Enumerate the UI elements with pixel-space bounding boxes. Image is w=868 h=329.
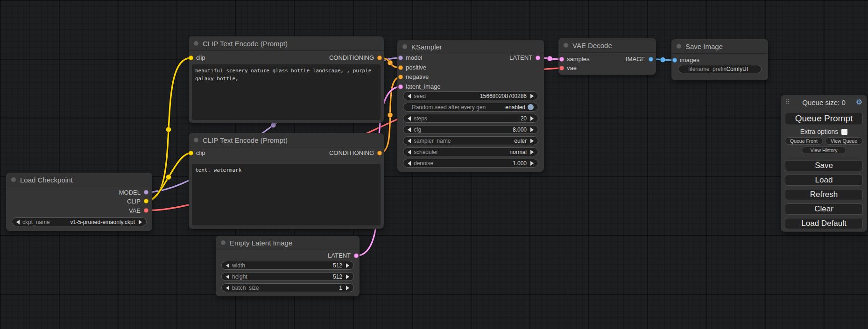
output-socket-conditioning[interactable] (377, 56, 382, 60)
widget-seed[interactable]: seed 156680208700286 (403, 91, 538, 100)
decrement-icon[interactable] (408, 150, 411, 154)
collapse-dot-icon[interactable] (564, 43, 568, 48)
decrement-icon[interactable] (408, 116, 411, 121)
increment-icon[interactable] (346, 274, 349, 279)
collapse-dot-icon[interactable] (677, 44, 681, 49)
node-clip-text-encode-negative[interactable]: CLIP Text Encode (Prompt) clip CONDITION… (189, 133, 384, 229)
input-socket-images[interactable] (672, 58, 677, 63)
widget-height[interactable]: height 512 (221, 272, 354, 281)
refresh-button[interactable]: Refresh (785, 189, 863, 200)
output-socket-image[interactable] (649, 57, 653, 62)
increment-icon[interactable] (346, 263, 349, 268)
settings-gear-icon[interactable]: ⚙ (856, 98, 862, 106)
node-title-bar[interactable]: Save Image (671, 39, 768, 54)
node-title-bar[interactable]: VAE Decode (558, 38, 656, 53)
output-label-conditioning: CONDITIONING (329, 149, 374, 156)
decrement-icon[interactable] (226, 274, 229, 279)
input-label-latent-image: latent_image (406, 83, 440, 90)
view-history-button[interactable]: View History (802, 147, 846, 154)
input-label-clip: clip (196, 149, 205, 156)
widget-filename-prefix[interactable]: filename_prefix ComfyUI (678, 65, 762, 73)
decrement-icon[interactable] (226, 263, 229, 268)
node-clip-text-encode-positive[interactable]: CLIP Text Encode (Prompt) clip CONDITION… (189, 36, 384, 123)
widget-scheduler[interactable]: scheduler normal (403, 147, 538, 156)
increment-icon[interactable] (139, 220, 142, 224)
node-title-bar[interactable]: CLIP Text Encode (Prompt) (189, 36, 384, 51)
input-socket-latent-image[interactable] (398, 84, 403, 89)
output-socket-latent[interactable] (536, 56, 540, 60)
node-title-bar[interactable]: Load Checkpoint (6, 173, 152, 187)
view-queue-button[interactable]: View Queue (825, 137, 863, 145)
prompt-textarea[interactable]: text, watermark (192, 164, 381, 225)
input-label-images: images (680, 56, 699, 63)
widget-steps[interactable]: steps 20 (403, 114, 538, 123)
increment-icon[interactable] (530, 127, 534, 132)
input-label-samples: samples (567, 56, 589, 63)
node-title-bar[interactable]: Empty Latent Image (216, 236, 360, 250)
widget-denoise[interactable]: denoise 1.000 (403, 159, 538, 168)
input-socket-clip[interactable] (189, 151, 193, 155)
widget-value: 512 (333, 262, 342, 269)
widget-cfg[interactable]: cfg 8.000 (403, 125, 538, 134)
load-button[interactable]: Load (785, 175, 863, 186)
output-socket-conditioning[interactable] (377, 151, 382, 155)
input-socket-model[interactable] (398, 56, 403, 60)
collapse-dot-icon[interactable] (194, 138, 198, 142)
output-socket-clip[interactable] (144, 199, 148, 203)
increment-icon[interactable] (530, 161, 534, 166)
widget-sampler-name[interactable]: sampler_name euler (403, 136, 538, 145)
collapse-dot-icon[interactable] (402, 44, 407, 49)
node-vae-decode[interactable]: VAE Decode samples vae IMAGE (558, 38, 656, 75)
widget-random-seed-toggle[interactable]: Random seed after every gen enabled (403, 103, 538, 112)
queue-panel[interactable]: ⠿ Queue size: 0 ⚙ Queue Prompt Extra opt… (781, 95, 867, 232)
save-button[interactable]: Save (785, 160, 863, 171)
node-load-checkpoint[interactable]: Load Checkpoint MODEL CLIP VAE ckpt_name… (6, 173, 152, 231)
output-label-model: MODEL (119, 189, 141, 196)
toggle-on-icon[interactable] (528, 104, 534, 110)
increment-icon[interactable] (530, 139, 534, 143)
node-title: CLIP Text Encode (Prompt) (203, 136, 288, 144)
widget-label: steps (414, 115, 427, 122)
node-title-bar[interactable]: KSampler (397, 40, 544, 54)
increment-icon[interactable] (530, 150, 534, 154)
decrement-icon[interactable] (408, 127, 411, 132)
queue-prompt-button[interactable]: Queue Prompt (785, 112, 863, 125)
decrement-icon[interactable] (408, 94, 411, 98)
decrement-icon[interactable] (408, 139, 411, 143)
comfyui-canvas[interactable]: { "colors":{ "model":"#B39DDB","clip":"#… (0, 0, 868, 329)
widget-batch-size[interactable]: batch_size 1 (221, 283, 354, 292)
prompt-textarea[interactable]: beautiful scenery nature glass bottle la… (192, 64, 381, 120)
queue-size-label: Queue size: 0 (802, 98, 846, 106)
increment-icon[interactable] (530, 116, 534, 121)
input-socket-positive[interactable] (398, 65, 403, 70)
output-socket-latent[interactable] (354, 253, 359, 258)
output-socket-vae[interactable] (144, 208, 148, 213)
input-socket-clip[interactable] (189, 56, 193, 60)
widget-width[interactable]: width 512 (221, 261, 354, 270)
extra-options-checkbox[interactable] (841, 129, 847, 135)
input-socket-samples[interactable] (559, 57, 564, 62)
output-label-conditioning: CONDITIONING (329, 54, 374, 61)
collapse-dot-icon[interactable] (194, 41, 198, 46)
input-socket-negative[interactable] (398, 75, 403, 79)
output-label-clip: CLIP (127, 198, 141, 205)
node-save-image[interactable]: Save Image images filename_prefix ComfyU… (671, 39, 768, 80)
decrement-icon[interactable] (226, 286, 229, 290)
drag-handle-icon[interactable]: ⠿ (785, 98, 789, 105)
node-ksampler[interactable]: KSampler model positive negative latent_… (397, 40, 544, 172)
widget-label: width (232, 262, 245, 269)
input-socket-vae[interactable] (559, 66, 564, 70)
increment-icon[interactable] (346, 286, 349, 290)
queue-front-button[interactable]: Queue Front (785, 137, 823, 145)
node-empty-latent-image[interactable]: Empty Latent Image LATENT width 512 heig… (216, 236, 360, 296)
load-default-button[interactable]: Load Default (785, 218, 863, 229)
collapse-dot-icon[interactable] (221, 240, 226, 245)
clear-button[interactable]: Clear (785, 203, 863, 215)
collapse-dot-icon[interactable] (11, 177, 16, 182)
decrement-icon[interactable] (16, 220, 20, 224)
increment-icon[interactable] (530, 94, 534, 98)
output-socket-model[interactable] (144, 190, 148, 195)
decrement-icon[interactable] (408, 161, 411, 166)
node-title-bar[interactable]: CLIP Text Encode (Prompt) (189, 133, 384, 147)
widget-ckpt-name[interactable]: ckpt_name v1-5-pruned-emaonly.ckpt (12, 217, 147, 226)
